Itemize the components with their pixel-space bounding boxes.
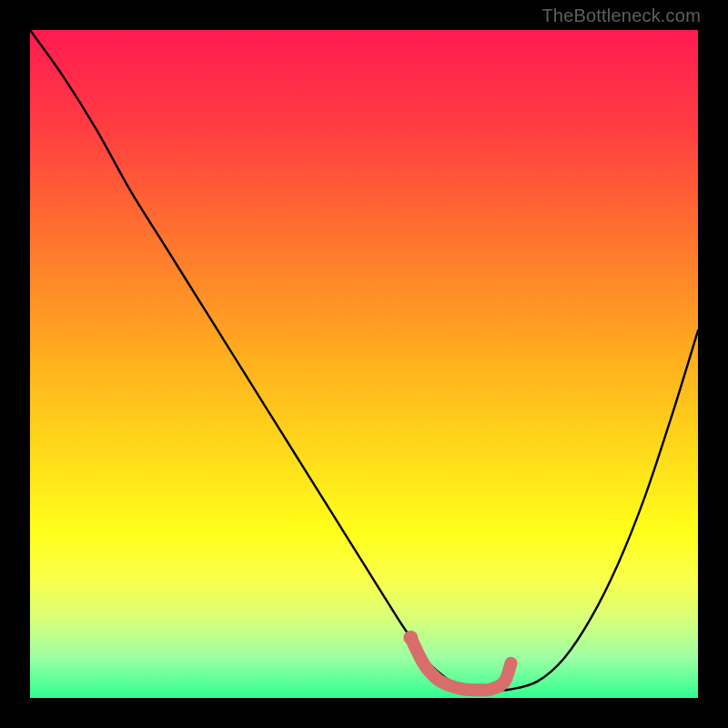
optimal-range-highlight bbox=[410, 638, 511, 690]
credit-label: TheBottleneck.com bbox=[541, 5, 701, 26]
frame: TheBottleneck.com bbox=[0, 0, 728, 728]
bottleneck-curve bbox=[30, 30, 698, 690]
chart-overlay bbox=[30, 30, 698, 698]
optimal-range-start-dot bbox=[403, 631, 418, 645]
